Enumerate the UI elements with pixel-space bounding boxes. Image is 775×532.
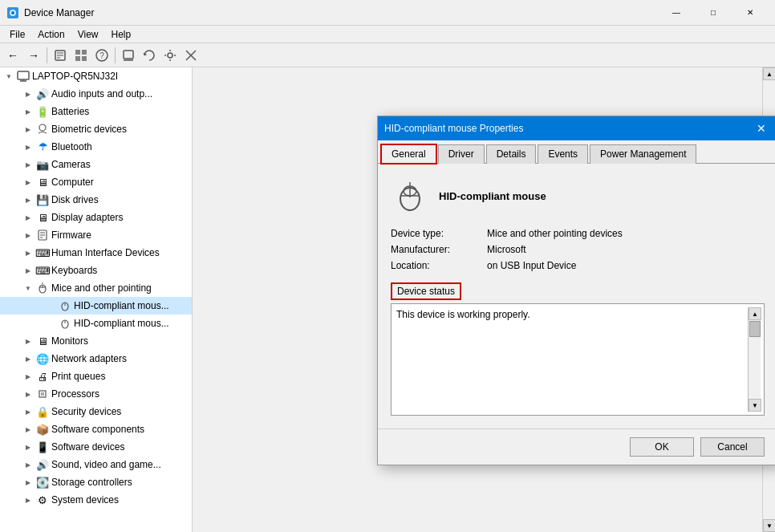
tree-item-biometric[interactable]: ▶ Biometric devices	[0, 120, 192, 138]
toolbar-view[interactable]	[71, 46, 91, 65]
tree-item-network[interactable]: ▶ 🌐 Network adapters	[0, 350, 192, 368]
tree-toggle-disk[interactable]: ▶	[22, 194, 34, 205]
tab-general[interactable]: General	[381, 144, 436, 164]
tree-item-cameras[interactable]: ▶ 📷 Cameras	[0, 156, 192, 173]
tab-details[interactable]: Details	[486, 144, 537, 164]
tree-item-keyboards[interactable]: ▶ ⌨ Keyboards	[0, 262, 192, 279]
prop-manufacturer: Manufacturer: Microsoft	[391, 244, 765, 255]
toolbar-settings[interactable]	[160, 46, 180, 65]
tree-item-batteries[interactable]: ▶ 🔋 Batteries	[0, 103, 192, 120]
svg-rect-7	[75, 50, 80, 55]
ok-button[interactable]: OK	[630, 437, 694, 457]
tree-root[interactable]: ▼ LAPTOP-QR5NJ32I	[0, 67, 192, 85]
tree-item-processors[interactable]: ▶ Processors	[0, 385, 192, 403]
tab-power-management[interactable]: Power Management	[590, 144, 696, 164]
toolbar-scan[interactable]	[119, 46, 138, 65]
scrollbar-down[interactable]: ▼	[763, 519, 775, 532]
toolbar-remove[interactable]	[181, 46, 201, 65]
manufacturer-label: Manufacturer:	[391, 244, 487, 255]
tree-item-disk[interactable]: ▶ 💾 Disk drives	[0, 191, 192, 209]
tree-toggle-system[interactable]: ▶	[22, 494, 34, 506]
tree-item-system[interactable]: ▶ ⚙ System devices	[0, 491, 192, 509]
tree-toggle-bluetooth[interactable]: ▶	[22, 141, 34, 152]
hid-mouse-2-icon	[59, 317, 71, 330]
toolbar-help[interactable]: ?	[92, 46, 112, 65]
tree-item-sound[interactable]: ▶ 🔊 Sound, video and game...	[0, 456, 192, 473]
tree-toggle-display[interactable]: ▶	[22, 212, 34, 223]
computer-tree-icon: 🖥	[36, 176, 49, 189]
tree-toggle-audio[interactable]: ▶	[22, 88, 34, 99]
toolbar-properties[interactable]	[51, 46, 70, 65]
maximize-button[interactable]: □	[695, 0, 732, 26]
tree-item-hid[interactable]: ▶ ⌨ Human Interface Devices	[0, 244, 192, 262]
tree-toggle-network[interactable]: ▶	[22, 353, 34, 364]
tree-item-mice[interactable]: ▼ Mice and other pointing	[0, 279, 192, 297]
tree-toggle-biometric[interactable]: ▶	[22, 124, 34, 135]
toolbar-sep-1	[47, 47, 47, 63]
tab-driver[interactable]: Driver	[438, 144, 485, 164]
tree-toggle-root[interactable]: ▼	[3, 71, 14, 82]
sound-icon: 🔊	[36, 458, 49, 471]
tree-item-software-components[interactable]: ▶ 📦 Software components	[0, 420, 192, 438]
tree-toggle-keyboards[interactable]: ▶	[22, 265, 34, 276]
tree-toggle-mice[interactable]: ▼	[22, 282, 34, 294]
menu-action[interactable]: Action	[31, 27, 71, 42]
tree-toggle-security[interactable]: ▶	[22, 406, 34, 417]
tree-toggle-firmware[interactable]: ▶	[22, 229, 34, 241]
tree-toggle-processors[interactable]: ▶	[22, 388, 34, 400]
device-tree[interactable]: ▼ LAPTOP-QR5NJ32I ▶ 🔊 Audio inputs and o…	[0, 67, 193, 532]
status-scroll-up[interactable]: ▲	[749, 307, 761, 320]
tree-toggle-cameras[interactable]: ▶	[22, 159, 34, 170]
tree-label-firmware: Firmware	[51, 229, 91, 241]
tree-toggle-hid[interactable]: ▶	[22, 247, 34, 258]
tree-item-print[interactable]: ▶ 🖨 Print queues	[0, 368, 192, 385]
device-header: HID-compliant mouse	[391, 177, 765, 215]
minimize-button[interactable]: —	[658, 0, 695, 26]
tab-events[interactable]: Events	[538, 144, 588, 164]
cameras-icon: 📷	[36, 158, 49, 171]
status-scroll-thumb[interactable]	[749, 321, 761, 337]
dialog-close-button[interactable]: ✕	[752, 119, 771, 138]
tree-item-security[interactable]: ▶ 🔒 Security devices	[0, 403, 192, 420]
device-status-box: This device is working properly. ▲ ▼	[391, 303, 765, 416]
tree-label-audio: Audio inputs and outp...	[51, 88, 152, 99]
tree-item-storage[interactable]: ▶ 💽 Storage controllers	[0, 473, 192, 491]
status-scrollbar[interactable]: ▲ ▼	[748, 307, 761, 412]
tree-toggle-storage[interactable]: ▶	[22, 477, 34, 488]
audio-icon: 🔊	[36, 87, 49, 100]
tree-toggle-computer[interactable]: ▶	[22, 177, 34, 188]
tree-label-monitors: Monitors	[51, 335, 88, 347]
cancel-button[interactable]: Cancel	[700, 437, 765, 457]
tree-toggle-monitors[interactable]: ▶	[22, 335, 34, 347]
tree-root-label: LAPTOP-QR5NJ32I	[32, 71, 118, 82]
close-button[interactable]: ✕	[732, 0, 769, 26]
status-scroll-down[interactable]: ▼	[749, 399, 761, 412]
scrollbar-up[interactable]: ▲	[763, 67, 775, 80]
tree-item-software-devices[interactable]: ▶ 📱 Software devices	[0, 438, 192, 456]
tree-toggle-software-components[interactable]: ▶	[22, 424, 34, 435]
tree-toggle-batteries[interactable]: ▶	[22, 106, 34, 117]
tree-item-bluetooth[interactable]: ▶ ☂ Bluetooth	[0, 138, 192, 156]
tree-label-bluetooth: Bluetooth	[51, 141, 92, 152]
tree-item-audio[interactable]: ▶ 🔊 Audio inputs and outp...	[0, 85, 192, 103]
tree-toggle-print[interactable]: ▶	[22, 371, 34, 382]
tree-toggle-sound[interactable]: ▶	[22, 459, 34, 470]
svg-point-15	[168, 53, 172, 58]
tree-toggle-software-devices[interactable]: ▶	[22, 441, 34, 453]
tree-label-hid-mouse-1: HID-compliant mous...	[74, 300, 169, 311]
toolbar-refresh[interactable]	[140, 46, 159, 65]
device-icon-large	[391, 177, 429, 215]
menu-view[interactable]: View	[71, 27, 105, 42]
tree-item-display[interactable]: ▶ 🖥 Display adapters	[0, 209, 192, 226]
tree-item-firmware[interactable]: ▶ Firmware	[0, 226, 192, 244]
tree-item-monitors[interactable]: ▶ 🖥 Monitors	[0, 332, 192, 350]
toolbar-back[interactable]: ←	[3, 46, 22, 65]
svg-point-25	[39, 124, 46, 131]
tree-item-hid-mouse-1[interactable]: HID-compliant mous...	[0, 297, 192, 315]
menu-file[interactable]: File	[3, 27, 31, 42]
toolbar-forward[interactable]: →	[24, 46, 43, 65]
bluetooth-icon: ☂	[36, 140, 49, 153]
tree-item-hid-mouse-2[interactable]: HID-compliant mous...	[0, 315, 192, 332]
menu-help[interactable]: Help	[105, 27, 138, 42]
tree-item-computer[interactable]: ▶ 🖥 Computer	[0, 173, 192, 191]
